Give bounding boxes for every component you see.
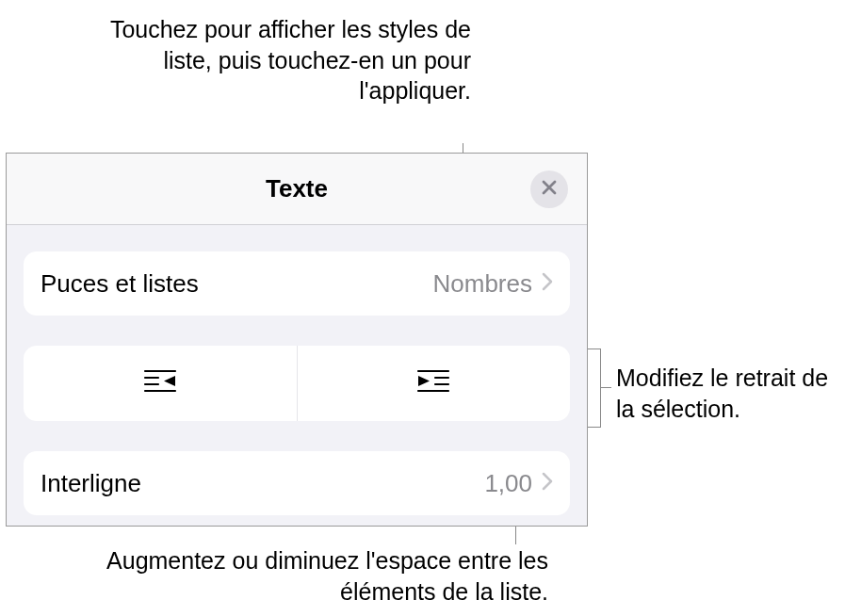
- callout-indent: Modifiez le retrait de la sélection.: [616, 363, 840, 424]
- text-format-panel: Texte Puces et listes Nombres: [6, 153, 588, 527]
- bullets-value: Nombres: [433, 269, 532, 299]
- indent-icon: [411, 367, 456, 399]
- panel-title: Texte: [266, 174, 328, 203]
- leader-line: [588, 349, 601, 349]
- line-spacing-value: 1,00: [484, 469, 532, 498]
- chevron-right-icon: [542, 272, 553, 295]
- bullets-and-lists-row[interactable]: Puces et listes Nombres: [24, 251, 570, 316]
- callout-line-spacing: Augmentez ou diminuez l'espace entre les…: [68, 545, 548, 607]
- leader-line: [600, 387, 611, 388]
- callout-list-styles: Touchez pour afficher les styles de list…: [75, 14, 471, 106]
- indent-segmented-control: [24, 346, 570, 421]
- panel-header: Texte: [7, 154, 587, 225]
- indent-button[interactable]: [298, 346, 571, 421]
- line-spacing-row[interactable]: Interligne 1,00: [24, 451, 570, 515]
- outdent-button[interactable]: [24, 346, 298, 421]
- line-spacing-label: Interligne: [41, 469, 484, 498]
- close-icon: [541, 179, 558, 200]
- leader-line: [588, 427, 601, 428]
- close-button[interactable]: [530, 170, 568, 208]
- outdent-icon: [138, 367, 183, 399]
- chevron-right-icon: [542, 472, 553, 494]
- panel-body: Puces et listes Nombres: [7, 225, 587, 515]
- bullets-label: Puces et listes: [41, 269, 433, 299]
